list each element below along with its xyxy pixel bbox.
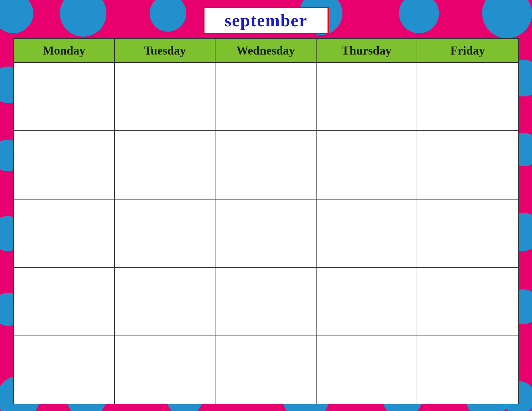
cell-row4-tue[interactable] bbox=[115, 268, 215, 335]
cell-row2-mon[interactable] bbox=[14, 131, 115, 199]
cell-row3-mon[interactable] bbox=[14, 200, 115, 267]
cell-row3-tue[interactable] bbox=[115, 200, 215, 267]
cell-row2-tue[interactable] bbox=[115, 131, 215, 199]
cell-row2-thu[interactable] bbox=[317, 131, 417, 199]
cell-row1-mon[interactable] bbox=[14, 63, 115, 130]
month-title: september bbox=[224, 11, 307, 30]
cell-row1-fri[interactable] bbox=[417, 63, 518, 130]
calendar-row-5 bbox=[14, 336, 518, 404]
day-header-tuesday: Tuesday bbox=[115, 39, 215, 62]
cell-row1-tue[interactable] bbox=[115, 63, 215, 130]
cell-row2-wed[interactable] bbox=[215, 131, 316, 199]
day-header-monday: Monday bbox=[14, 39, 115, 62]
cell-row3-wed[interactable] bbox=[215, 200, 316, 267]
cell-row5-thu[interactable] bbox=[317, 336, 417, 404]
month-title-box: september bbox=[203, 7, 329, 34]
cell-row3-thu[interactable] bbox=[317, 200, 417, 267]
cell-row4-mon[interactable] bbox=[14, 268, 115, 335]
cell-row1-wed[interactable] bbox=[215, 63, 316, 130]
day-header-friday: Friday bbox=[417, 39, 518, 62]
cell-row2-fri[interactable] bbox=[417, 131, 518, 199]
day-header-thursday: Thursday bbox=[317, 39, 417, 62]
calendar-row-3 bbox=[14, 200, 518, 268]
cell-row5-tue[interactable] bbox=[115, 336, 215, 404]
calendar-row-2 bbox=[14, 131, 518, 199]
calendar-row-1 bbox=[14, 63, 518, 131]
calendar: Monday Tuesday Wednesday Thursday Friday bbox=[13, 38, 519, 404]
calendar-header: Monday Tuesday Wednesday Thursday Friday bbox=[14, 39, 518, 63]
cell-row1-thu[interactable] bbox=[317, 63, 417, 130]
day-header-wednesday: Wednesday bbox=[215, 39, 316, 62]
calendar-row-4 bbox=[14, 268, 518, 336]
cell-row4-fri[interactable] bbox=[417, 268, 518, 335]
cell-row5-fri[interactable] bbox=[417, 336, 518, 404]
cell-row4-wed[interactable] bbox=[215, 268, 316, 335]
cell-row3-fri[interactable] bbox=[417, 200, 518, 267]
content-wrapper: september Monday Tuesday Wednesday Thurs… bbox=[13, 7, 519, 404]
cell-row5-wed[interactable] bbox=[215, 336, 316, 404]
cell-row4-thu[interactable] bbox=[317, 268, 417, 335]
calendar-body bbox=[14, 63, 518, 404]
cell-row5-mon[interactable] bbox=[14, 336, 115, 404]
